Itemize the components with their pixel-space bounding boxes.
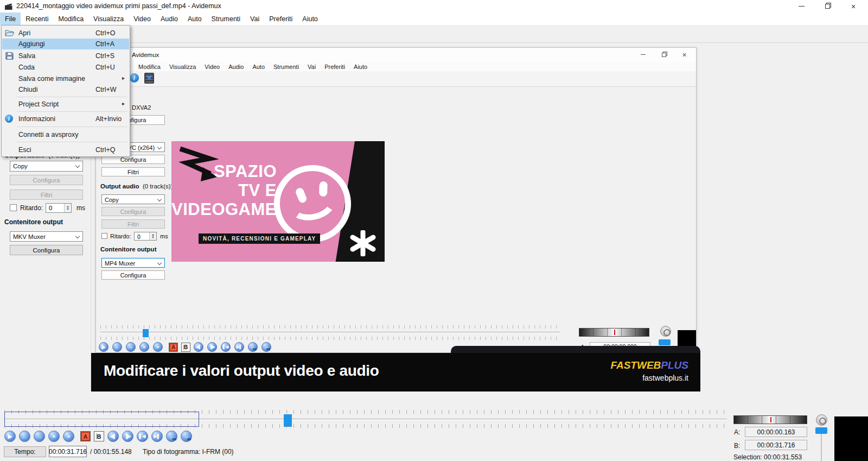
muxer-configura-button[interactable]: Configura xyxy=(10,245,83,255)
info-icon: i xyxy=(5,115,13,123)
ritardo-spinner[interactable]: 0 ▲▼ xyxy=(46,203,72,213)
shuttle-center-mark xyxy=(614,330,615,335)
inner-back-one-minute-button: ←60 xyxy=(248,342,258,352)
toolbar-strip xyxy=(0,25,868,43)
ritardo-checkbox[interactable] xyxy=(10,204,17,211)
audio-filtri-button: Filtri xyxy=(10,190,83,200)
menu-visualizza[interactable]: Visualizza xyxy=(88,12,129,25)
inner-forward-one-minute-button: →60 xyxy=(261,342,271,352)
inner-play-button: ▶ xyxy=(99,342,108,352)
chevron-down-icon xyxy=(157,261,162,265)
file-menu-item-project-script[interactable]: Project Script ▸ xyxy=(2,99,129,110)
last-frame-button[interactable]: ▶▌ xyxy=(151,431,163,442)
close-button[interactable]: × xyxy=(848,2,858,11)
file-menu-item-informazioni[interactable]: i Informazioni Alt+Invio xyxy=(2,113,129,124)
marker-a-field: 00:00:00.163 xyxy=(745,427,807,437)
video-title-line2: TV E xyxy=(171,181,277,200)
file-menu-item-chiudi[interactable]: Chiudi Ctrl+W xyxy=(2,84,129,95)
app-icon xyxy=(4,2,14,10)
next-keyframe-button[interactable]: » xyxy=(63,431,74,442)
inner-next-frame-button: → xyxy=(126,342,136,352)
menu-aiuto[interactable]: Aiuto xyxy=(297,12,323,25)
next-frame-button[interactable]: → xyxy=(34,431,45,442)
inner-shuttle-slider xyxy=(579,328,649,337)
inner-set-marker-a-button: A xyxy=(169,343,178,352)
previous-keyframe-button[interactable]: « xyxy=(48,431,60,442)
inner-audio-filtri-button: Filtri xyxy=(101,219,165,229)
menu-bar: File Recenti Modifica Visualizza Video A… xyxy=(0,12,868,25)
file-menu-item-esci[interactable]: Esci Ctrl+Q xyxy=(2,144,129,155)
spinner-arrows-icon: ▲▼ xyxy=(149,232,156,240)
speaker-icon[interactable] xyxy=(816,414,827,426)
volume-track xyxy=(821,434,822,461)
video-frame: SPAZIO TV E VIDEOGAME NOVITÀ, RECENSIONI… xyxy=(171,141,385,262)
file-menu-item-connetti-a-avsproxy[interactable]: Connetti a avsproxy xyxy=(2,129,129,140)
selection-length-label: Selection: 00:00:31.553 xyxy=(733,453,802,461)
preview-thumbnail xyxy=(834,416,868,461)
menu-audio[interactable]: Audio xyxy=(156,12,183,25)
goto-marker-a-button[interactable]: ◀▌ xyxy=(107,431,119,442)
inner-previous-frame-button: ← xyxy=(112,342,122,352)
previous-frame-button[interactable]: ← xyxy=(19,431,30,442)
chevron-down-icon xyxy=(75,234,80,238)
spinner-arrows-icon[interactable]: ▲▼ xyxy=(64,204,71,212)
time-current-input[interactable]: 00:00:31.716 xyxy=(49,446,87,457)
file-menu-item-coda[interactable]: Coda Ctrl+U xyxy=(2,62,129,73)
audio-codec-select[interactable]: Copy xyxy=(10,161,83,172)
set-marker-b-button[interactable]: B xyxy=(94,431,104,441)
menu-preferiti[interactable]: Preferiti xyxy=(264,12,297,25)
brand-logo: FASTWEBPLUS xyxy=(610,359,688,371)
video-title-line3: VIDEOGAME xyxy=(171,200,277,219)
submenu-arrow-icon: ▸ xyxy=(122,75,125,81)
inner-container-output-label: Contenitore output xyxy=(100,246,156,252)
inner-ms-label: ms xyxy=(160,233,168,239)
inner-close-button: × xyxy=(680,50,688,59)
file-menu-item-aggiungi[interactable]: Aggiungi Ctrl+A xyxy=(2,39,129,49)
minimize-button[interactable] xyxy=(796,2,806,11)
tempo-button[interactable]: Tempo: xyxy=(4,446,46,457)
marker-b-field: 00:00:31.716 xyxy=(745,440,807,450)
file-menu: Apri Ctrl+O Aggiungi Ctrl+A Salva Ctrl+S… xyxy=(1,25,130,157)
container-output-label: Contenitore output xyxy=(4,218,63,226)
play-button[interactable]: ▶ xyxy=(4,431,16,442)
video-title-line1: SPAZIO xyxy=(171,162,277,181)
goto-marker-b-button[interactable]: ▐▶ xyxy=(122,431,133,442)
inner-menu-visualizza: Visualizza xyxy=(165,62,200,71)
inner-window-title: Avidemux xyxy=(132,52,159,58)
volume-handle[interactable] xyxy=(815,427,827,434)
caption-band: Modificare i valori output video e audio… xyxy=(91,353,700,391)
file-menu-item-apri[interactable]: Apri Ctrl+O xyxy=(2,28,129,39)
restore-button[interactable] xyxy=(822,2,832,11)
first-frame-button[interactable]: ▌◀ xyxy=(137,431,148,442)
submenu-arrow-icon: ▸ xyxy=(122,100,125,106)
menu-file[interactable]: File xyxy=(0,12,21,25)
muxer-select[interactable]: MKV Muxer xyxy=(10,231,83,242)
forward-one-minute-button[interactable]: →60 xyxy=(181,431,192,442)
menu-vai[interactable]: Vai xyxy=(245,12,264,25)
file-menu-item-salva-come-immagine[interactable]: Salva come immagine ▸ xyxy=(2,73,129,84)
video-badge: NOVITÀ, RECENSIONI E GAMEPLAY xyxy=(199,233,320,244)
menu-video[interactable]: Video xyxy=(129,12,156,25)
menu-recenti[interactable]: Recenti xyxy=(21,12,53,25)
video-preview-area: Avidemux × Modifica Visualizza Video Aud… xyxy=(91,43,700,391)
inner-muxer-select: MP4 Muxer xyxy=(101,258,165,268)
inner-ritardo-spinner: 0 ▲▼ xyxy=(134,232,157,241)
chevron-down-icon xyxy=(157,145,162,149)
menu-strumenti[interactable]: Strumenti xyxy=(207,12,246,25)
inner-audio-codec-select: Copy xyxy=(101,194,165,204)
menu-modifica[interactable]: Modifica xyxy=(54,12,89,25)
inner-next-keyframe-button: » xyxy=(153,342,163,352)
shuttle-slider[interactable] xyxy=(733,415,807,424)
close-icon: × xyxy=(851,3,856,10)
timeline-thumb[interactable] xyxy=(284,414,292,427)
file-menu-item-salva[interactable]: Salva Ctrl+S xyxy=(2,50,129,61)
inner-menu-preferiti: Preferiti xyxy=(320,62,349,71)
time-total-label: / 00:01:55.148 xyxy=(90,448,132,456)
filters-icon xyxy=(144,73,154,84)
back-one-minute-button[interactable]: ←60 xyxy=(166,431,177,442)
inner-minimize-button xyxy=(639,50,647,59)
set-marker-a-button[interactable]: A xyxy=(80,431,91,441)
timeline-slider[interactable] xyxy=(4,410,727,430)
overlay-popup-bar xyxy=(451,346,700,353)
menu-auto[interactable]: Auto xyxy=(183,12,207,25)
